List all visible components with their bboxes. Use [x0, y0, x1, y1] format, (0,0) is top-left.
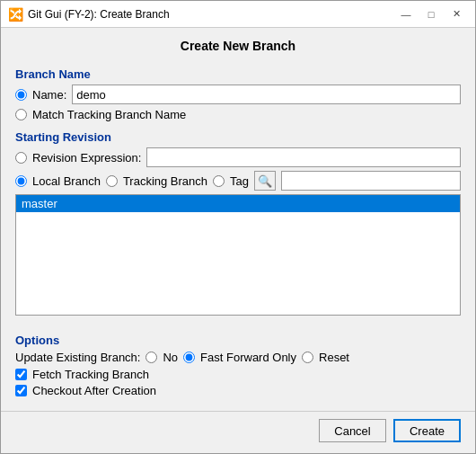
match-tracking-radio[interactable] [15, 109, 27, 120]
branch-name-input[interactable] [72, 85, 461, 104]
fetch-tracking-row: Fetch Tracking Branch [15, 368, 461, 381]
fetch-tracking-label: Fetch Tracking Branch [32, 368, 149, 381]
branch-search-input[interactable] [281, 171, 461, 191]
no-radio[interactable] [145, 352, 157, 363]
revision-expr-label: Revision Expression: [32, 151, 141, 165]
minimize-button[interactable]: — [394, 4, 418, 24]
create-button[interactable]: Create [393, 419, 461, 442]
dialog-title: Create New Branch [15, 39, 461, 53]
name-radio[interactable] [15, 89, 27, 101]
local-branch-label: Local Branch [32, 174, 101, 188]
options-label: Options [15, 334, 461, 347]
revision-expr-radio[interactable] [15, 152, 27, 164]
fast-forward-label: Fast Forward Only [200, 351, 296, 364]
title-bar-left: 🔀 Git Gui (FY-2): Create Branch [8, 7, 170, 22]
name-row: Name: [15, 85, 461, 104]
match-tracking-label: Match Tracking Branch Name [32, 108, 186, 121]
starting-revision-area: Starting Revision Revision Expression: L… [15, 125, 461, 323]
reset-label: Reset [319, 351, 349, 364]
tag-radio[interactable] [213, 175, 225, 187]
checkout-after-checkbox[interactable] [15, 385, 27, 396]
branch-name-section-label: Branch Name [15, 67, 461, 81]
dialog-content: Create New Branch Branch Name Name: Matc… [1, 28, 475, 411]
options-section: Options Update Existing Branch: No Fast … [15, 328, 461, 400]
name-radio-label: Name: [32, 88, 66, 102]
maximize-button[interactable]: □ [419, 4, 443, 24]
button-bar: Cancel Create [1, 411, 475, 453]
tracking-branch-radio[interactable] [106, 175, 118, 187]
local-branch-radio[interactable] [15, 175, 27, 187]
branch-list-item[interactable]: master [16, 195, 460, 212]
create-branch-window: 🔀 Git Gui (FY-2): Create Branch — □ ✕ Cr… [0, 0, 476, 454]
revision-expr-input[interactable] [146, 147, 461, 167]
update-existing-row: Update Existing Branch: No Fast Forward … [15, 351, 461, 364]
branch-type-row: Local Branch Tracking Branch Tag 🔍 [15, 171, 461, 191]
fast-forward-radio[interactable] [183, 352, 195, 363]
checkout-after-label: Checkout After Creation [32, 384, 156, 397]
fetch-tracking-checkbox[interactable] [15, 369, 27, 380]
close-button[interactable]: ✕ [445, 4, 468, 24]
search-button[interactable]: 🔍 [254, 171, 276, 191]
title-bar-controls: — □ ✕ [394, 4, 468, 24]
no-label: No [163, 351, 178, 364]
tag-label: Tag [230, 174, 249, 188]
branch-list[interactable]: master [15, 194, 461, 316]
starting-revision-label: Starting Revision [15, 130, 461, 144]
tracking-branch-label: Tracking Branch [123, 174, 207, 188]
update-existing-label: Update Existing Branch: [15, 351, 140, 364]
revision-expr-row: Revision Expression: [15, 147, 461, 167]
reset-radio[interactable] [302, 352, 313, 363]
app-icon: 🔀 [8, 7, 22, 22]
window-title: Git Gui (FY-2): Create Branch [28, 8, 170, 21]
match-tracking-row: Match Tracking Branch Name [15, 108, 461, 121]
checkout-after-row: Checkout After Creation [15, 384, 461, 397]
cancel-button[interactable]: Cancel [319, 419, 386, 442]
title-bar: 🔀 Git Gui (FY-2): Create Branch — □ ✕ [1, 1, 475, 28]
